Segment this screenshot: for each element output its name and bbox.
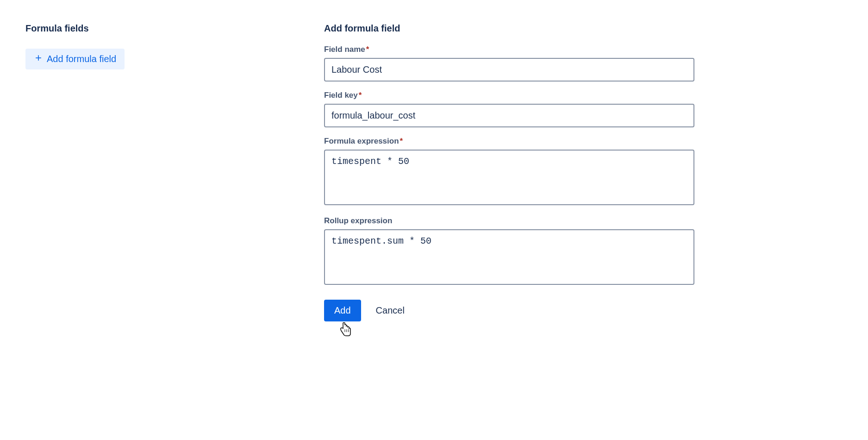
formula-expression-label: Formula expression* xyxy=(324,137,694,146)
formula-expression-group: Formula expression* xyxy=(324,137,694,207)
cancel-button[interactable]: Cancel xyxy=(372,300,408,321)
sidebar: Formula fields Add formula field xyxy=(25,23,141,321)
plus-icon xyxy=(34,53,43,65)
rollup-expression-group: Rollup expression xyxy=(324,216,694,287)
required-asterisk: * xyxy=(359,91,362,100)
sidebar-title: Formula fields xyxy=(25,23,141,34)
field-key-label: Field key* xyxy=(324,91,694,100)
add-formula-field-button[interactable]: Add formula field xyxy=(25,49,125,69)
field-name-label: Field name* xyxy=(324,45,694,54)
form-title: Add formula field xyxy=(324,23,694,34)
cursor-pointer-icon xyxy=(339,322,352,339)
add-formula-field-label: Add formula field xyxy=(47,54,116,64)
field-key-input[interactable] xyxy=(324,104,694,127)
add-button[interactable]: Add xyxy=(324,300,361,321)
field-name-group: Field name* xyxy=(324,45,694,82)
formula-expression-input[interactable] xyxy=(324,150,694,205)
form-panel: Add formula field Field name* Field key*… xyxy=(324,23,694,321)
field-key-group: Field key* xyxy=(324,91,694,127)
form-actions: Add Cancel xyxy=(324,300,694,321)
required-asterisk: * xyxy=(400,137,403,145)
rollup-expression-label: Rollup expression xyxy=(324,216,694,226)
required-asterisk: * xyxy=(366,45,369,54)
field-name-input[interactable] xyxy=(324,58,694,82)
rollup-expression-input[interactable] xyxy=(324,229,694,285)
